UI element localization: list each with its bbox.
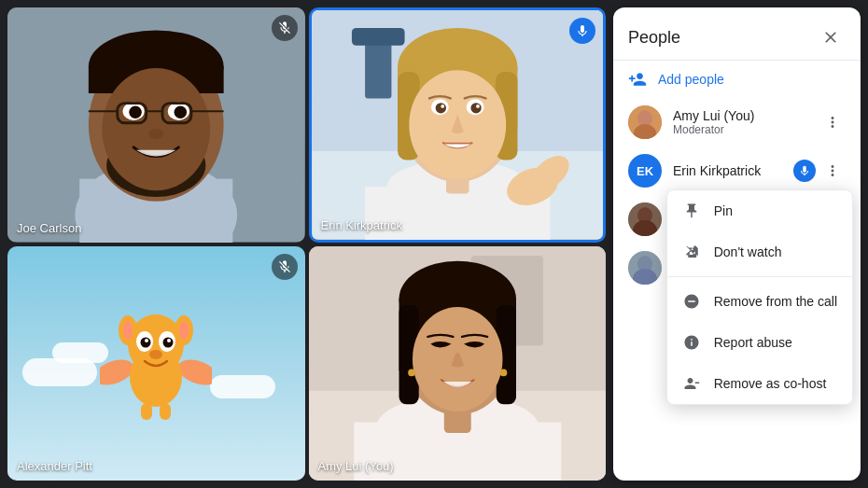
erin-info: Erin Kirkpatrick: [673, 163, 782, 178]
svg-point-69: [408, 369, 415, 376]
menu-item-cohost[interactable]: Remove as co-host: [667, 363, 852, 404]
remove-circle-icon: [682, 292, 701, 311]
close-button[interactable]: [816, 22, 846, 52]
alexander-tile-label: Alexander Pitt: [17, 459, 92, 473]
cloud-3: [210, 375, 275, 398]
panel-header: People: [613, 7, 861, 61]
panel-title: People: [628, 28, 680, 48]
svg-point-36: [441, 105, 444, 108]
menu-item-pin[interactable]: Pin: [667, 190, 852, 231]
svg-point-47: [179, 321, 189, 340]
amy-info: Amy Lui (You) Moderator: [673, 108, 808, 136]
report-label: Report abuse: [714, 335, 792, 350]
video-tile-joe: Joe Carlson: [7, 7, 305, 243]
info-icon: [682, 333, 701, 352]
avatar-erin: EK: [628, 154, 662, 188]
participant-row-erin[interactable]: EK Erin Kirkpatrick: [613, 146, 861, 195]
participant-row-amy[interactable]: Amy Lui (You) Moderator: [613, 98, 861, 146]
pin-label: Pin: [714, 203, 733, 218]
svg-point-54: [149, 350, 162, 359]
dont-watch-label: Don't watch: [714, 244, 782, 259]
avatar-alexander: [628, 251, 662, 285]
alexander-mute-icon: [272, 254, 298, 280]
dropdown-menu: Pin Don't watch Remove fro: [666, 189, 853, 405]
svg-rect-21: [365, 36, 391, 98]
svg-point-12: [175, 105, 188, 119]
erin-more-button[interactable]: [819, 158, 846, 184]
avatar-amy: [628, 105, 662, 139]
participant-list: Amy Lui (You) Moderator EK Erin Kirkpatr…: [613, 98, 861, 481]
no-video-icon: [682, 243, 701, 261]
menu-item-dont-watch[interactable]: Don't watch: [667, 231, 852, 272]
video-grid: Joe Carlson: [0, 0, 613, 488]
pin-icon: [682, 202, 701, 220]
svg-point-34: [435, 103, 445, 113]
svg-point-11: [129, 105, 142, 119]
amy-tile-label: Amy Lui (You): [318, 459, 394, 473]
erin-name: Erin Kirkpatrick: [673, 163, 782, 178]
erin-active-icon: [569, 18, 595, 44]
person-remove-icon: [682, 374, 701, 393]
people-panel: People Add people Amy Lui (You): [613, 7, 861, 481]
erin-icons: [793, 158, 846, 184]
menu-item-remove[interactable]: Remove from the call: [667, 281, 852, 322]
svg-rect-56: [160, 403, 171, 420]
svg-point-53: [167, 339, 171, 342]
avatar-joe: [628, 202, 662, 236]
erin-tile-label: Erin Kirkpatrick: [321, 218, 402, 232]
amy-role: Moderator: [673, 123, 808, 136]
add-people-label: Add people: [658, 72, 724, 87]
remove-label: Remove from the call: [714, 294, 837, 309]
video-tile-alexander: Alexander Pitt: [7, 246, 305, 481]
svg-point-18: [149, 129, 163, 140]
svg-point-35: [470, 103, 481, 113]
menu-divider-1: [667, 276, 852, 277]
svg-rect-55: [141, 403, 152, 420]
add-people-button[interactable]: Add people: [613, 61, 861, 98]
joe-tile-label: Joe Carlson: [17, 221, 81, 235]
amy-icons: [819, 109, 846, 135]
video-tile-erin: Erin Kirkpatrick: [309, 7, 607, 243]
svg-rect-22: [351, 28, 404, 46]
svg-point-50: [141, 338, 151, 348]
svg-point-46: [123, 321, 133, 340]
erin-active-speaker-icon: [793, 160, 816, 182]
cohost-label: Remove as co-host: [714, 376, 827, 391]
svg-point-70: [499, 369, 507, 376]
amy-more-button[interactable]: [819, 109, 846, 135]
video-tile-amy: Amy Lui (You): [309, 246, 607, 481]
svg-point-51: [163, 338, 174, 348]
joe-mute-icon: [272, 15, 298, 41]
svg-point-37: [476, 105, 480, 108]
add-person-icon: [628, 70, 647, 89]
amy-name: Amy Lui (You): [673, 108, 808, 123]
menu-item-report[interactable]: Report abuse: [667, 322, 852, 363]
svg-point-52: [145, 339, 148, 342]
